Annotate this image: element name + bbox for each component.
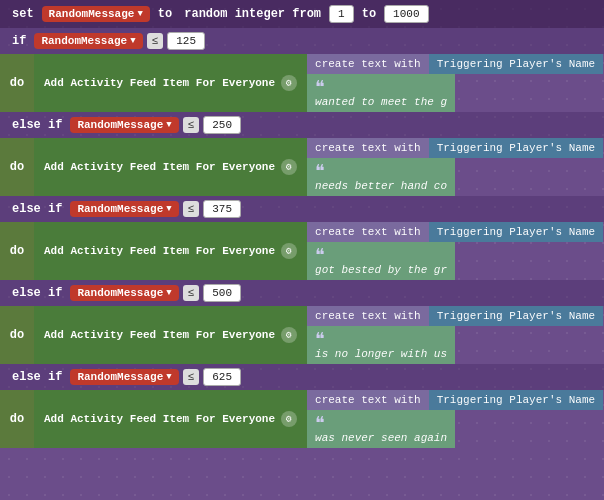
- if-row-0: if RandomMessage ▼ ≤ 125: [0, 28, 604, 54]
- operator-1[interactable]: ≤: [183, 117, 200, 133]
- to-value[interactable]: 1000: [384, 5, 428, 23]
- action-text-4: Add Activity Feed Item For Everyone: [44, 413, 275, 425]
- dropdown-arrow-1: ▼: [166, 120, 171, 130]
- right-panel-4: create text with Triggering Player's Nam…: [307, 390, 603, 448]
- value-1[interactable]: 250: [203, 116, 241, 134]
- do-row-0: do Add Activity Feed Item For Everyone ⚙…: [0, 54, 604, 112]
- action-block-4[interactable]: Add Activity Feed Item For Everyone ⚙: [34, 390, 307, 448]
- triggering-2: Triggering Player's Name: [429, 222, 603, 242]
- message-text-2: got bested by the gr: [315, 264, 447, 276]
- value-2[interactable]: 375: [203, 200, 241, 218]
- right-panel-0: create text with Triggering Player's Nam…: [307, 54, 603, 112]
- elsif-keyword-2: else if: [8, 200, 66, 218]
- value-0[interactable]: 125: [167, 32, 205, 50]
- dropdown-arrow: ▼: [137, 9, 142, 19]
- elsif-row-2: else if RandomMessage ▼ ≤ 375: [0, 196, 604, 222]
- right-panel-2: create text with Triggering Player's Nam…: [307, 222, 603, 280]
- elsif-keyword-4: else if: [8, 368, 66, 386]
- block-4: else if RandomMessage ▼ ≤ 625 do Add Act…: [0, 364, 604, 448]
- do-label-3: do: [0, 306, 34, 364]
- do-row-2: do Add Activity Feed Item For Everyone ⚙…: [0, 222, 604, 280]
- keyword-set: set: [8, 5, 38, 23]
- create-text-4: create text with: [307, 390, 429, 410]
- create-text-1: create text with: [307, 138, 429, 158]
- block-2: else if RandomMessage ▼ ≤ 375 do Add Act…: [0, 196, 604, 280]
- block-3: else if RandomMessage ▼ ≤ 500 do Add Act…: [0, 280, 604, 364]
- var-pill-2[interactable]: RandomMessage ▼: [70, 201, 178, 217]
- message-text-1: needs better hand co: [315, 180, 447, 192]
- gear-icon-1[interactable]: ⚙: [281, 159, 297, 175]
- keyword-random: random integer from: [180, 5, 325, 23]
- dropdown-arrow-3: ▼: [166, 288, 171, 298]
- right-bottom-0: ❝ wanted to meet the g: [307, 74, 603, 112]
- message-block-3: ❝ is no longer with us: [307, 326, 455, 364]
- operator-0[interactable]: ≤: [147, 33, 164, 49]
- right-bottom-2: ❝ got bested by the gr: [307, 242, 603, 280]
- action-text-2: Add Activity Feed Item For Everyone: [44, 245, 275, 257]
- right-panel-1: create text with Triggering Player's Nam…: [307, 138, 603, 196]
- dropdown-arrow-4: ▼: [166, 372, 171, 382]
- action-text-1: Add Activity Feed Item For Everyone: [44, 161, 275, 173]
- gear-icon-2[interactable]: ⚙: [281, 243, 297, 259]
- var-pill-0[interactable]: RandomMessage ▼: [34, 33, 142, 49]
- dropdown-arrow-2: ▼: [166, 204, 171, 214]
- gear-icon-4[interactable]: ⚙: [281, 411, 297, 427]
- right-bottom-4: ❝ was never seen again: [307, 410, 603, 448]
- message-block-1: ❝ needs better hand co: [307, 158, 455, 196]
- message-block-2: ❝ got bested by the gr: [307, 242, 455, 280]
- right-panel-3: create text with Triggering Player's Nam…: [307, 306, 603, 364]
- action-block-3[interactable]: Add Activity Feed Item For Everyone ⚙: [34, 306, 307, 364]
- triggering-3: Triggering Player's Name: [429, 306, 603, 326]
- action-block-1[interactable]: Add Activity Feed Item For Everyone ⚙: [34, 138, 307, 196]
- do-label-4: do: [0, 390, 34, 448]
- right-top-2: create text with Triggering Player's Nam…: [307, 222, 603, 242]
- action-block-2[interactable]: Add Activity Feed Item For Everyone ⚙: [34, 222, 307, 280]
- value-4[interactable]: 625: [203, 368, 241, 386]
- action-text-0: Add Activity Feed Item For Everyone: [44, 77, 275, 89]
- dropdown-arrow-0: ▼: [130, 36, 135, 46]
- set-row: set RandomMessage ▼ to random integer fr…: [0, 0, 604, 28]
- right-top-0: create text with Triggering Player's Nam…: [307, 54, 603, 74]
- gear-icon-0[interactable]: ⚙: [281, 75, 297, 91]
- value-3[interactable]: 500: [203, 284, 241, 302]
- quote-3: ❝: [315, 330, 325, 348]
- quote-0: ❝: [315, 78, 325, 96]
- keyword-to: to: [154, 5, 176, 23]
- keyword-to2: to: [358, 5, 380, 23]
- from-value[interactable]: 1: [329, 5, 354, 23]
- do-label-2: do: [0, 222, 34, 280]
- operator-4[interactable]: ≤: [183, 369, 200, 385]
- create-text-2: create text with: [307, 222, 429, 242]
- elsif-row-3: else if RandomMessage ▼ ≤ 500: [0, 280, 604, 306]
- var-pill-4[interactable]: RandomMessage ▼: [70, 369, 178, 385]
- elsif-row-4: else if RandomMessage ▼ ≤ 625: [0, 364, 604, 390]
- quote-2: ❝: [315, 246, 325, 264]
- create-text-0: create text with: [307, 54, 429, 74]
- message-block-4: ❝ was never seen again: [307, 410, 455, 448]
- if-keyword-0: if: [8, 32, 30, 50]
- block-0: if RandomMessage ▼ ≤ 125 do Add Activity…: [0, 28, 604, 112]
- gear-icon-3[interactable]: ⚙: [281, 327, 297, 343]
- var-pill-1[interactable]: RandomMessage ▼: [70, 117, 178, 133]
- triggering-4: Triggering Player's Name: [429, 390, 603, 410]
- operator-2[interactable]: ≤: [183, 201, 200, 217]
- do-row-1: do Add Activity Feed Item For Everyone ⚙…: [0, 138, 604, 196]
- right-bottom-1: ❝ needs better hand co: [307, 158, 603, 196]
- var-pill-3[interactable]: RandomMessage ▼: [70, 285, 178, 301]
- message-block-0: ❝ wanted to meet the g: [307, 74, 455, 112]
- do-label-1: do: [0, 138, 34, 196]
- triggering-0: Triggering Player's Name: [429, 54, 603, 74]
- variable-pill-set[interactable]: RandomMessage ▼: [42, 6, 150, 22]
- elsif-keyword-3: else if: [8, 284, 66, 302]
- right-top-1: create text with Triggering Player's Nam…: [307, 138, 603, 158]
- do-label-0: do: [0, 54, 34, 112]
- action-text-3: Add Activity Feed Item For Everyone: [44, 329, 275, 341]
- message-text-0: wanted to meet the g: [315, 96, 447, 108]
- action-block-0[interactable]: Add Activity Feed Item For Everyone ⚙: [34, 54, 307, 112]
- right-top-3: create text with Triggering Player's Nam…: [307, 306, 603, 326]
- operator-3[interactable]: ≤: [183, 285, 200, 301]
- right-bottom-3: ❝ is no longer with us: [307, 326, 603, 364]
- triggering-1: Triggering Player's Name: [429, 138, 603, 158]
- elsif-row-1: else if RandomMessage ▼ ≤ 250: [0, 112, 604, 138]
- do-row-4: do Add Activity Feed Item For Everyone ⚙…: [0, 390, 604, 448]
